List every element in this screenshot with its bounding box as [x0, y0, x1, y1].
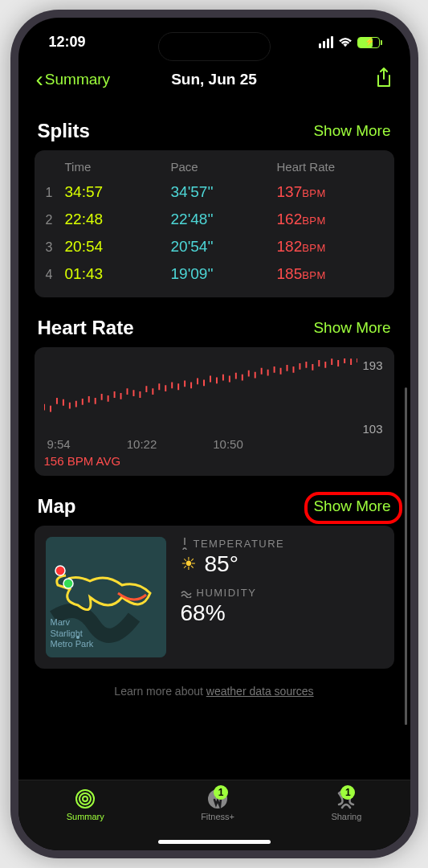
split-time: 20:54	[65, 238, 171, 256]
splits-show-more[interactable]: Show More	[313, 122, 390, 140]
scroll-indicator[interactable]	[405, 387, 407, 725]
nav-bar: ‹ Summary Sun, Jun 25	[18, 57, 410, 100]
table-row: 1 34:57 34'57'' 137BPM	[46, 178, 383, 206]
col-pace: Pace	[171, 160, 277, 174]
table-row: 2 22:48 22'48'' 162BPM	[46, 206, 383, 233]
svg-point-1	[55, 566, 65, 575]
cellular-icon	[319, 36, 333, 48]
page-title: Sun, Jun 25	[171, 71, 257, 88]
map-show-more[interactable]: Show More	[313, 497, 390, 515]
wifi-icon	[338, 37, 353, 48]
share-icon	[375, 68, 393, 88]
map-card: Marv Starlight Metro Park TEMPERATURE ☀ …	[35, 526, 394, 669]
split-hr: 162BPM	[277, 211, 383, 228]
hr-max: 193	[362, 358, 382, 372]
humidity-icon	[181, 588, 192, 598]
split-idx: 2	[46, 213, 65, 227]
split-hr: 182BPM	[277, 238, 383, 256]
humidity-label: HUMIDITY	[181, 587, 383, 599]
hr-show-more[interactable]: Show More	[313, 319, 390, 337]
svg-point-2	[63, 579, 73, 588]
table-row: 4 01:43 19'09'' 185BPM	[46, 260, 383, 288]
chevron-left-icon: ‹	[36, 67, 43, 92]
map-title: Map	[38, 495, 76, 518]
svg-point-5	[79, 793, 91, 805]
sun-icon: ☀	[181, 554, 197, 575]
tab-fitness[interactable]: 1 Fitness+	[201, 788, 234, 821]
hr-avg: 156 BPM AVG	[44, 454, 385, 468]
share-button[interactable]	[375, 68, 393, 92]
svg-point-6	[83, 796, 88, 801]
split-pace: 19'09''	[171, 265, 277, 283]
home-indicator[interactable]	[158, 840, 271, 844]
hr-min: 103	[362, 422, 382, 436]
humidity-value: 68%	[181, 600, 226, 626]
temperature-value: 85°	[205, 551, 238, 577]
splits-card: Time Pace Heart Rate 1 34:57 34'57'' 137…	[35, 150, 394, 297]
weather-link[interactable]: Learn more about weather data sources	[35, 685, 394, 698]
hr-time-0: 9:54	[47, 437, 71, 451]
split-pace: 22'48''	[171, 211, 277, 228]
table-row: 3 20:54 20'54'' 182BPM	[46, 233, 383, 260]
rings-icon	[75, 788, 96, 809]
hr-time-1: 10:22	[127, 437, 157, 451]
split-time: 22:48	[65, 211, 171, 228]
split-time: 34:57	[65, 183, 171, 201]
split-time: 01:43	[65, 265, 171, 283]
split-hr: 137BPM	[277, 183, 383, 201]
tab-sharing[interactable]: 1 Sharing	[331, 788, 361, 821]
col-time: Time	[65, 160, 171, 174]
map-park-label: Marv Starlight Metro Park	[51, 617, 94, 649]
split-pace: 34'57''	[171, 183, 277, 201]
back-button[interactable]: ‹ Summary	[36, 67, 111, 92]
temperature-label: TEMPERATURE	[181, 537, 383, 550]
hr-title: Heart Rate	[38, 317, 134, 339]
split-hr: 185BPM	[277, 265, 383, 283]
heart-rate-card: 193 103 9:54 10:22 10:50 156 BPM AVG	[35, 347, 394, 476]
status-time: 12:09	[49, 34, 86, 51]
back-label: Summary	[45, 71, 110, 88]
tab-summary[interactable]: Summary	[67, 788, 104, 821]
thermometer-icon	[181, 537, 189, 550]
heart-rate-chart	[44, 358, 357, 431]
split-idx: 3	[46, 240, 65, 255]
split-pace: 20'54''	[171, 238, 277, 256]
hr-time-2: 10:50	[213, 437, 243, 451]
col-hr: Heart Rate	[277, 160, 383, 174]
split-idx: 4	[46, 268, 65, 282]
map-thumbnail[interactable]: Marv Starlight Metro Park	[46, 537, 166, 657]
split-idx: 1	[46, 186, 65, 200]
splits-title: Splits	[38, 120, 90, 142]
fitness-badge: 1	[214, 785, 228, 800]
battery-icon: ⚡	[357, 37, 380, 48]
